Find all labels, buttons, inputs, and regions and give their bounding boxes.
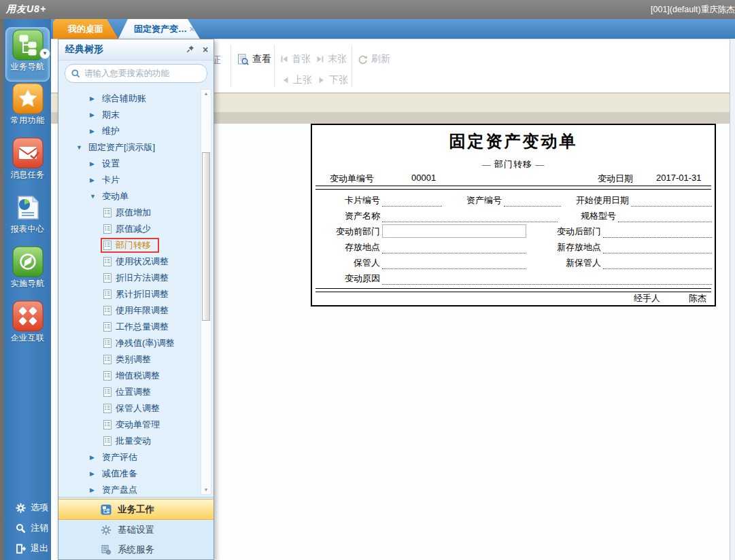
sidebar-item-reports[interactable]: 报表中心 (6, 192, 49, 245)
last-record-icon (316, 55, 324, 63)
tree-node[interactable]: 使用状况调整 (58, 253, 213, 270)
system-service-icon (101, 544, 112, 555)
logout-button[interactable]: 注销 (8, 518, 51, 538)
sidebar-item-messages[interactable]: 消息任务 (6, 137, 49, 190)
tree-node[interactable]: 资产评估 (58, 449, 213, 466)
department-before-input[interactable] (382, 224, 526, 238)
tab-my-desktop[interactable]: 我的桌面 (53, 19, 118, 39)
field-label: 开始使用日期 (561, 194, 631, 207)
tree-node[interactable]: 位置调整 (58, 384, 213, 400)
report-center-icon (12, 192, 44, 223)
field-label: 规格型号 (558, 210, 618, 222)
scroll-up-icon[interactable]: ▲ (201, 90, 211, 98)
exit-button[interactable]: 退出 (8, 538, 51, 559)
tree-node[interactable]: 保管人调整 (58, 400, 213, 417)
tree-node[interactable]: 设置 (58, 156, 213, 172)
document-icon (103, 436, 112, 446)
fixed-asset-change-form: 固定资产变动单 — 部门转移 — 变动单编号 00001 变动日期 2017-0… (311, 124, 716, 307)
sidebar-item-label: 报表中心 (6, 224, 49, 235)
tab-fixed-assets[interactable]: 固定资产变… × (118, 19, 200, 39)
next-record-button[interactable]: 下张 (318, 74, 348, 86)
tree-scrollbar[interactable]: ▲ ▼ (201, 89, 211, 495)
field-underline[interactable] (603, 257, 712, 269)
tree-node[interactable]: 原值减少 (58, 221, 213, 237)
tree-node[interactable]: 部门转移 (58, 237, 213, 253)
tree-node[interactable]: 减值准备 (58, 466, 213, 482)
nav-system-service-label: 系统服务 (118, 544, 154, 556)
tree-node-label: 使用年限调整 (116, 304, 169, 317)
tree-node[interactable]: 累计折旧调整 (58, 286, 213, 302)
sidebar-item-implementation[interactable]: 实施导航 (6, 246, 49, 299)
tree-node[interactable]: 综合辅助账 (58, 90, 213, 107)
tree-node[interactable]: 变动单 (58, 188, 213, 205)
tree-node-label: 综合辅助账 (102, 92, 146, 105)
scroll-down-icon[interactable]: ▼ (201, 486, 211, 494)
field-underline[interactable] (382, 257, 526, 269)
document-icon (103, 322, 112, 332)
prev-record-button[interactable]: 上张 (281, 74, 312, 86)
tree-panel-title: 经典树形 (58, 43, 184, 56)
field-underline[interactable] (382, 241, 526, 253)
tree-node-label: 位置调整 (116, 386, 151, 398)
form-field-row: 变动原因 (315, 269, 712, 285)
tree-node[interactable]: 使用年限调整 (58, 302, 213, 319)
tab-close-icon[interactable]: × (189, 19, 194, 39)
enterprise-link-icon (12, 300, 44, 332)
sidebar-item-business-nav[interactable]: ▼ 业务导航 (5, 27, 50, 82)
basic-settings-gear-icon (101, 525, 112, 536)
field-underline[interactable] (603, 241, 712, 253)
options-button[interactable]: 选项 (8, 497, 51, 518)
chevron-down-badge-icon[interactable]: ▼ (39, 48, 50, 59)
business-work-icon (101, 504, 112, 515)
tree-node[interactable]: 净残值(率)调整 (58, 335, 213, 351)
close-icon[interactable]: × (197, 44, 213, 55)
refresh-icon (358, 54, 368, 65)
tree-node[interactable]: 批量变动 (58, 433, 213, 449)
sidebar-item-enterprise-link[interactable]: 企业互联 (6, 300, 49, 353)
tree-node[interactable]: 卡片 (58, 172, 213, 188)
nav-business-work[interactable]: 业务工作 (58, 499, 213, 520)
nav-basic-settings[interactable]: 基础设置 (58, 520, 213, 540)
first-record-button[interactable]: 首张 (280, 53, 311, 65)
tree-node[interactable]: 变动单管理 (58, 417, 213, 433)
window-titlebar: 用友U8+ [001](default)重庆陈杰 (0, 0, 735, 19)
tree-node[interactable]: 工作总量调整 (58, 319, 213, 335)
tree-node[interactable]: 维护 (58, 123, 213, 139)
scrollbar-thumb[interactable] (202, 152, 210, 321)
field-underline[interactable] (382, 194, 442, 207)
tree-node-label: 部门转移 (116, 239, 151, 251)
exit-icon (16, 544, 26, 554)
logout-label: 注销 (31, 522, 48, 534)
form-field-row: 资产名称规格型号 (315, 207, 712, 222)
search-input[interactable]: 请输入您要搜索的功能 (65, 64, 207, 83)
sidebar-item-favorites[interactable]: 常用功能 (6, 83, 49, 136)
tree-node[interactable]: 类别调整 (58, 351, 213, 368)
tree-node-label: 保管人调整 (116, 402, 160, 415)
field-underline[interactable] (631, 194, 712, 207)
last-record-button[interactable]: 末张 (316, 53, 347, 65)
field-underline[interactable] (603, 226, 712, 238)
logout-icon (16, 523, 26, 533)
field-underline[interactable] (618, 210, 712, 222)
tree-node[interactable]: 资产盘点 (58, 482, 213, 497)
tree-node-label: 增值税调整 (116, 370, 160, 382)
tree-node-label: 工作总量调整 (116, 321, 169, 333)
tree-node[interactable]: 期末 (58, 107, 213, 123)
field-underline[interactable] (504, 194, 561, 207)
tree-node-label: 变动单 (102, 190, 129, 203)
first-record-icon (280, 55, 288, 63)
tree-node[interactable]: 增值税调整 (58, 368, 213, 384)
tree-node[interactable]: 折旧方法调整 (58, 270, 213, 286)
field-underline[interactable] (382, 273, 712, 285)
view-button[interactable]: 查看 (237, 53, 271, 65)
search-placeholder: 请输入您要搜索的功能 (84, 68, 169, 80)
pin-icon[interactable] (184, 43, 197, 56)
refresh-button[interactable]: 刷新 (358, 53, 390, 65)
account-info: [001](default)重庆陈杰 (651, 4, 735, 16)
field-underline[interactable] (382, 210, 558, 222)
nav-system-service[interactable]: 系统服务 (58, 540, 213, 559)
document-icon (103, 355, 112, 364)
document-icon (103, 273, 112, 283)
tree-node[interactable]: 原值增加 (58, 205, 213, 221)
tree-node[interactable]: 固定资产[演示版] (58, 139, 213, 156)
